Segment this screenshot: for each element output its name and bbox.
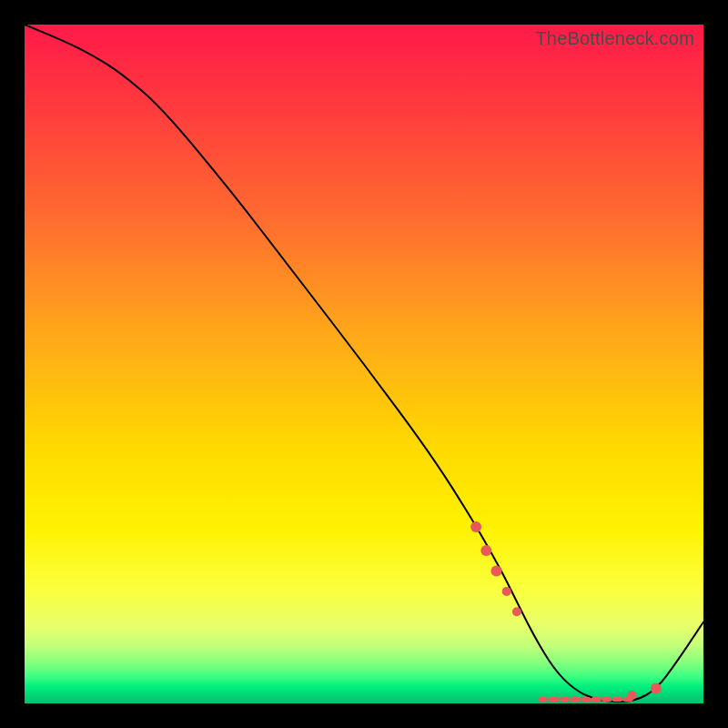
data-marker [502,587,511,596]
bottleneck-curve [25,25,703,702]
data-marker [512,607,521,616]
data-marker [651,683,662,694]
data-marker [491,566,502,577]
chart-overlay [25,25,703,703]
chart-frame: TheBottleneck.com [0,0,728,728]
data-marker [628,691,637,700]
data-marker [470,521,481,532]
data-marker [480,545,491,556]
plot-area: TheBottleneck.com [25,25,703,703]
marker-group [470,521,662,700]
